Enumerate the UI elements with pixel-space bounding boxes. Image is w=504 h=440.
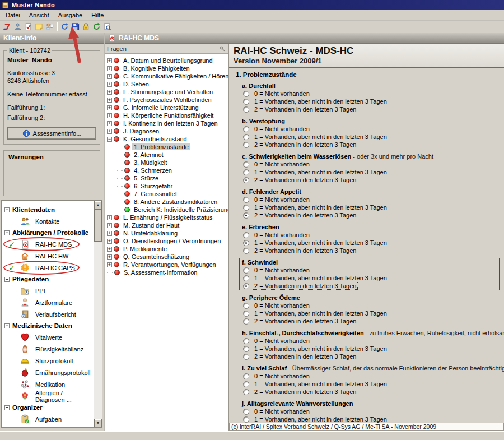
tree-node-g-informelle-unterst-tzung[interactable]: +G. Informelle Unterstützung [107,104,228,112]
radio-option-j-0[interactable]: 0 = Nicht vorhanden [242,407,497,415]
tree-node-o-dienstleistungen-verordnungen[interactable]: +O. Dienstleistungen / Verordnungen [107,237,228,245]
collapse-icon[interactable]: − [4,405,10,410]
tree-node-r-verantwortungen-verf-gungen[interactable]: +R. Verantwortungen, Verfügungen [107,261,228,268]
radio-option-h-1[interactable]: 1 = Vorhanden, aber nicht in den letzten… [242,345,497,353]
radio-button[interactable] [243,318,249,325]
radio-button[interactable] [243,381,249,387]
sidebar-item-rai-hc-mds[interactable]: ✓RAI-HC MDS [2,238,93,250]
sidebar-section-klientendaten[interactable]: −Klientendaten [2,204,93,215]
radio-option-h-0[interactable]: 0 = Nicht vorhanden [242,337,497,345]
radio-button[interactable] [243,142,249,148]
scroll-down-icon[interactable]: ▼ [94,419,102,427]
expand-icon[interactable]: + [107,58,112,63]
radio-option-a-2[interactable]: 2 = Vorhanden in den letzten 3 Tagen [242,105,497,113]
tree-node-s-assessment-information[interactable]: S. Assessment-Information [107,268,228,276]
tree-node-4-schmerzen[interactable]: 4. Schmerzen [117,166,228,174]
sidebar-item-ppl[interactable]: PPL [2,285,93,297]
radio-button[interactable] [243,303,249,309]
sidebar-section-organizer[interactable]: −Organizer [2,402,93,413]
radio-option-a-1[interactable]: 1 = Vorhanden, aber nicht in den letzten… [242,98,497,105]
tree-node-l-ern-hrung-fl-ssigkeitsstatus[interactable]: +L. Ernährung / Flüssigkeitsstatus [107,214,228,221]
radio-option-c-0[interactable]: 0 = Nicht vorhanden [242,160,497,168]
radio-option-c-2[interactable]: 2 = Vorhanden in den letzten 3 Tagen [242,176,497,184]
expand-icon[interactable]: + [107,262,112,267]
tree-node-a-datum-und-beurteilungsgrund[interactable]: +A. Datum und Beurteilungsgrund [107,57,228,64]
sidebar-section-pflegedaten[interactable]: −Pflegedaten [2,274,93,285]
tree-node-p-medikamente[interactable]: +P. Medikamente [107,245,228,253]
tree-node-j-diagnosen[interactable]: +J. Diagnosen [107,127,228,135]
sidebar-section-medizinische-daten[interactable]: −Medizinische Daten [2,320,93,331]
preview-button[interactable] [102,22,112,32]
radio-button[interactable] [243,346,249,352]
radio-option-c-1[interactable]: 1 = Vorhanden, aber nicht in den letzten… [242,168,497,176]
radio-option-g-1[interactable]: 1 = Vorhanden, aber nicht in den letzten… [242,309,497,317]
tree-node-n-umfeldabkl-rung[interactable]: +N. Umfeldabklärung [107,229,228,237]
radio-option-j-1[interactable]: 1 = Vorhanden, aber nicht in den letzten… [242,415,497,423]
tree-node-q-gesamteinsch-tzung[interactable]: +Q. Gesamteinschätzung [107,253,228,261]
radio-button[interactable] [243,267,249,274]
sidebar-scrollbar[interactable]: ▲ ▼ [94,201,102,427]
radio-option-g-2[interactable]: 2 = Vorhanden in den letzten 3 Tagen [242,317,497,325]
tree-node-bereich-k-individuelle-pr-zisierungen[interactable]: Bereich K: Individuelle Präzisierungen [117,206,228,214]
expand-icon[interactable]: + [107,239,112,244]
scrollbar-thumb[interactable] [94,209,102,242]
radio-option-b-0[interactable]: 0 = Nicht vorhanden [242,125,497,133]
radio-option-f-1[interactable]: 1 = Vorhanden, aber nicht in den letzten… [242,274,497,282]
tree-node-7-genussmittel[interactable]: 7. Genussmittel [117,190,228,198]
radio-button[interactable] [243,197,249,203]
radio-option-e-0[interactable]: 0 = Nicht vorhanden [242,231,497,239]
radio-button[interactable] [243,91,249,97]
sidebar-item-allergien-diagnosen[interactable]: Allergien / Diagnosen ... [2,390,93,402]
radio-option-i-0[interactable]: 0 = Nicht vorhanden [242,372,497,380]
sidebar-item-medikation[interactable]: Medikation [2,378,93,390]
protocol-button[interactable] [23,22,33,32]
expand-icon[interactable]: + [107,90,112,95]
expand-icon[interactable]: + [107,82,112,87]
radio-button[interactable] [243,409,249,415]
expand-icon[interactable]: + [107,247,112,252]
expand-icon[interactable]: + [107,129,112,134]
client-button[interactable] [12,22,22,32]
menu-hilfe[interactable]: Hilfe [87,11,108,20]
lock-button[interactable] [81,22,91,32]
radio-button[interactable] [243,373,249,379]
sidebar-item-kontakte[interactable]: Kontakte [2,215,93,227]
tree-node-f-psychosoziales-wohlbefinden[interactable]: +F. Psychosoziales Wohlbefinden [107,96,228,104]
sidebar-item-rai-hc-caps[interactable]: ✓RAI-HC CAPS [2,262,93,274]
collapse-icon[interactable]: − [4,207,10,212]
tree-node-1-problemzust-nde[interactable]: 1. Problemzustände [117,143,228,151]
radio-option-f-0[interactable]: 0 = Nicht vorhanden [242,266,497,274]
radio-option-b-2[interactable]: 2 = Vorhanden in den letzten 3 Tagen [242,141,497,149]
radio-option-d-1[interactable]: 1 = Vorhanden, aber nicht in den letzten… [242,203,497,211]
radio-button[interactable] [243,416,249,423]
collapse-icon[interactable]: − [4,230,10,235]
expand-icon[interactable]: + [107,231,112,236]
refresh-button[interactable] [91,22,101,32]
note-button[interactable] [34,22,44,32]
radio-button[interactable] [243,177,249,183]
expand-icon[interactable]: + [107,254,112,260]
save-button[interactable] [70,22,80,32]
radio-option-i-2[interactable]: 2 = Vorhanden in den letzten 3 Tagen [242,388,497,396]
expand-icon[interactable]: + [107,215,112,220]
tree-node-8-andere-zustandsindikatoren[interactable]: 8. Andere Zustandsindikatoren [117,198,228,206]
tree-node-c-kommunikative-f-higkeiten-h-ren[interactable]: +C. Kommunikative Fähigkeiten / Hören [107,72,228,80]
expand-icon[interactable]: + [107,121,112,126]
expand-icon[interactable]: + [107,74,112,79]
tree-node-6-sturzgefahr[interactable]: 6. Sturzgefahr [117,182,228,190]
radio-option-f-2[interactable]: 2 = Vorhanden in den letzten 3 Tagen [242,282,497,290]
expand-icon[interactable]: + [107,98,112,103]
menu-datei[interactable]: Datei [1,11,25,20]
radio-button[interactable] [243,205,249,211]
sidebar-item-verlaufsbericht[interactable]: Verlaufsbericht [2,308,93,320]
tree-node-5-st-rze[interactable]: 5. Stürze [117,174,228,182]
sidebar-item-vitalwerte[interactable]: Vitalwerte [2,331,93,343]
radio-button[interactable] [243,240,249,246]
radio-option-e-1[interactable]: 1 = Vorhanden, aber nicht in den letzten… [242,239,497,247]
collapse-icon[interactable]: − [4,277,10,282]
tree-node-2-atemnot[interactable]: 2. Atemnot [117,151,228,159]
tree-node-h-k-rperliche-funktionsf-higkeit[interactable]: +H. Körperliche Funktionsfähigkeit [107,112,228,119]
sidebar-item-arztformulare[interactable]: Arztformulare [2,297,93,308]
expand-icon[interactable]: + [107,66,112,71]
expand-icon[interactable]: + [107,113,112,118]
